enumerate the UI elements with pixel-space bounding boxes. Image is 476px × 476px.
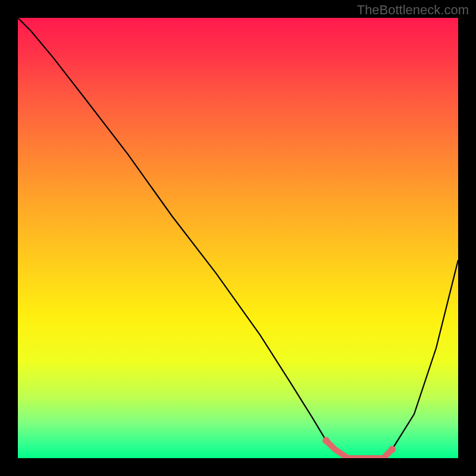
watermark-text: TheBottleneck.com xyxy=(357,2,469,18)
chart-svg xyxy=(18,18,458,458)
highlight-dot-right xyxy=(389,446,396,453)
highlight-dot-left xyxy=(322,437,330,444)
highlight-segment xyxy=(326,440,392,458)
bottleneck-curve-path xyxy=(18,18,458,458)
chart-plot-area xyxy=(18,18,458,458)
